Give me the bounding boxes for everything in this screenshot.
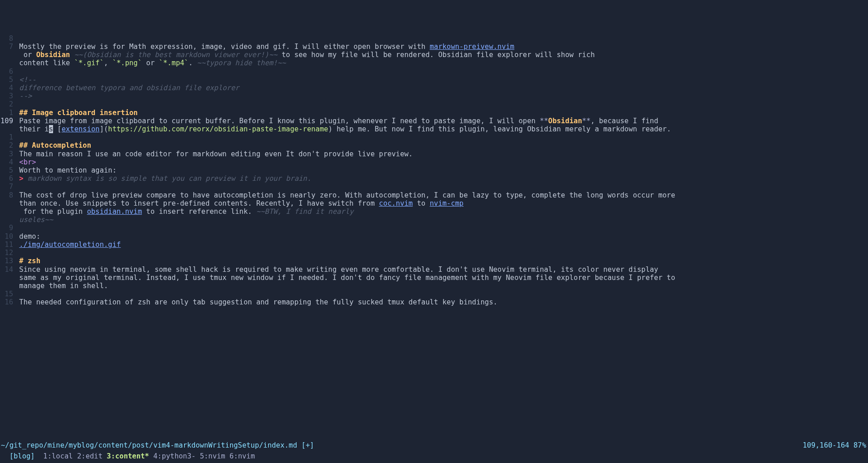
line-number: 11 (0, 241, 15, 249)
line-content[interactable]: demo: (19, 232, 40, 241)
line-content[interactable]: The needed configuration of zsh are only… (19, 298, 497, 306)
line-number: 2 (0, 100, 15, 108)
editor-line[interactable]: 14 Since using neovim in terminal, some … (0, 265, 868, 274)
editor-line[interactable]: or Obsidian ~~(Obsidian is the best mark… (0, 51, 868, 59)
line-number: 9 (0, 224, 15, 232)
tmux-window[interactable]: 4:python3- (153, 452, 195, 460)
line-content[interactable]: for the plugin obsidian.nvim to insert r… (19, 207, 353, 216)
tmux-window[interactable]: 6:nvim (229, 452, 255, 460)
line-content[interactable]: --> (19, 92, 32, 100)
line-number: 13 (0, 257, 15, 265)
tmux-window[interactable]: 3:content* (107, 452, 149, 460)
editor-line[interactable]: content like `*.gif`, `*.png` or `*.mp4`… (0, 59, 868, 67)
tmux-window[interactable]: 5:nvim (200, 452, 225, 460)
line-number: 10 (0, 232, 15, 241)
editor-line[interactable]: same as my original terminal. Instead, I… (0, 274, 868, 282)
line-content[interactable]: Paste image from image clipboard to curr… (19, 117, 658, 125)
line-content[interactable]: Since using neovim in terminal, some she… (19, 265, 658, 274)
editor-line[interactable]: 12 (0, 249, 868, 257)
line-content[interactable]: same as my original terminal. Instead, I… (19, 274, 675, 282)
editor-line[interactable]: 6 (0, 68, 868, 76)
line-number: 14 (0, 265, 15, 274)
editor-line[interactable]: 3 The main reason I use an code editor f… (0, 150, 868, 158)
editor-line[interactable]: than once. Use snippets to insert pre-de… (0, 199, 868, 207)
line-number: 6 (0, 68, 15, 76)
line-content[interactable]: their is [extension](https://github.com/… (19, 125, 671, 133)
line-content[interactable]: difference between typora and obsidian f… (19, 84, 239, 92)
line-number: 4 (0, 84, 15, 92)
tmux-window[interactable]: 1:local (43, 452, 73, 460)
editor-line[interactable]: 109 Paste image from image clipboard to … (0, 117, 868, 125)
editor-line[interactable]: 7 (0, 183, 868, 191)
line-content[interactable]: manage them in shell. (19, 282, 108, 290)
line-content[interactable]: Worth to mention again: (19, 166, 117, 174)
editor-line[interactable]: 6 > markdown syntax is so simple that yo… (0, 174, 868, 183)
line-content[interactable]: ## Autocompletion (19, 141, 91, 150)
editor-line[interactable]: 1 (0, 133, 868, 141)
editor-line[interactable]: 15 (0, 290, 868, 298)
tmux-window[interactable]: 2:edit (77, 452, 102, 460)
editor-line[interactable]: manage them in shell. (0, 282, 868, 290)
editor-line[interactable]: 2 ## Autocompletion (0, 141, 868, 150)
editor-line[interactable]: 4 difference between typora and obsidian… (0, 84, 868, 92)
line-number: 7 (0, 43, 15, 51)
line-content[interactable]: content like `*.gif`, `*.png` or `*.mp4`… (19, 59, 286, 67)
line-number: 2 (0, 141, 15, 150)
editor-line[interactable]: 7 Mostly the preview is for Math express… (0, 43, 868, 51)
line-content[interactable]: > markdown syntax is so simple that you … (19, 174, 311, 183)
editor-line[interactable]: useles~~ (0, 216, 868, 224)
line-content[interactable]: useles~~ (19, 216, 53, 224)
editor-line[interactable]: 4 <br> (0, 158, 868, 166)
editor-line[interactable]: 13 # zsh (0, 257, 868, 265)
line-content[interactable]: The main reason I use an code editor for… (19, 150, 413, 158)
line-number: 6 (0, 174, 15, 183)
line-number: 5 (0, 76, 15, 84)
line-number: 1 (0, 133, 15, 141)
editor-line[interactable]: their is [extension](https://github.com/… (0, 125, 868, 133)
line-number: 8 (0, 34, 15, 43)
editor-line[interactable]: 16 The needed configuration of zsh are o… (0, 298, 868, 306)
editor-line[interactable]: 2 (0, 100, 868, 108)
editor-line[interactable]: 5 Worth to mention again: (0, 166, 868, 174)
line-content[interactable]: <br> (19, 158, 36, 166)
tmux-status-line: [blog] 1:local 2:edit 3:content* 4:pytho… (0, 444, 868, 460)
line-content[interactable]: or Obsidian ~~(Obsidian is the best mark… (19, 51, 595, 59)
editor-line[interactable]: 9 (0, 224, 868, 232)
line-content[interactable]: # zsh (19, 257, 40, 265)
tmux-session-name: [blog] (10, 452, 35, 460)
editor-line[interactable]: 8 (0, 34, 868, 43)
line-number: 8 (0, 191, 15, 199)
editor-line[interactable]: 8 The cost of drop live preview compare … (0, 191, 868, 199)
editor-line[interactable]: 10 demo: (0, 232, 868, 241)
editor-line[interactable]: 11 ./img/autocompletion.gif (0, 241, 868, 249)
line-content[interactable]: <!-- (19, 76, 36, 84)
line-number: 3 (0, 150, 15, 158)
line-number: 1 (0, 109, 15, 117)
line-number: 16 (0, 298, 15, 306)
line-content[interactable]: The cost of drop live preview compare to… (19, 191, 675, 199)
editor-line[interactable]: 1 ## Image clipboard insertion (0, 109, 868, 117)
line-number: 7 (0, 183, 15, 191)
line-number: 12 (0, 249, 15, 257)
editor-buffer[interactable]: 8 7 Mostly the preview is for Math expre… (0, 33, 868, 307)
line-number: 15 (0, 290, 15, 298)
line-number: 5 (0, 166, 15, 174)
line-number: 3 (0, 92, 15, 100)
line-content[interactable]: than once. Use snippets to insert pre-de… (19, 199, 463, 207)
line-content[interactable]: Mostly the preview is for Math expressio… (19, 43, 514, 51)
line-number: 109 (0, 117, 15, 125)
editor-line[interactable]: 3 --> (0, 92, 868, 100)
editor-line[interactable]: 5 <!-- (0, 76, 868, 84)
editor-line[interactable]: for the plugin obsidian.nvim to insert r… (0, 207, 868, 216)
line-number: 4 (0, 158, 15, 166)
line-content[interactable]: ## Image clipboard insertion (19, 109, 137, 117)
line-content[interactable]: ./img/autocompletion.gif (19, 241, 121, 249)
